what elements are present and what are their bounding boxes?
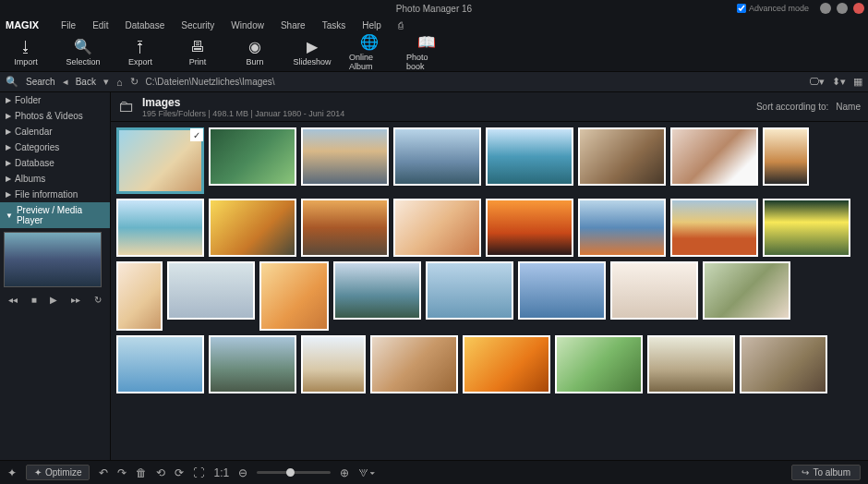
view-monitor-icon[interactable]: 🖵▾	[809, 76, 825, 88]
thumbnail[interactable]	[518, 261, 606, 320]
thumbnail[interactable]	[301, 199, 389, 257]
thumbnail[interactable]	[370, 335, 458, 393]
back-arrow-icon[interactable]: ◂	[63, 76, 68, 88]
menu-file[interactable]: File	[61, 20, 76, 30]
thumbnail[interactable]	[555, 335, 643, 393]
player-stop-icon[interactable]: ■	[31, 295, 37, 305]
thumbnail[interactable]	[670, 127, 758, 186]
menu-security[interactable]: Security	[181, 20, 214, 30]
online-album-button[interactable]: 🌐Online Album	[349, 34, 390, 71]
thumbnail[interactable]	[670, 199, 758, 257]
sidebar-item-file-information[interactable]: ▶File information	[0, 187, 110, 202]
thumbnail[interactable]	[578, 199, 666, 257]
dropdown-icon[interactable]: ▾	[103, 76, 109, 88]
maximize-icon[interactable]	[837, 3, 848, 14]
minimize-icon[interactable]	[820, 3, 831, 14]
slideshow-button[interactable]: ▶Slideshow	[292, 39, 332, 67]
back-label[interactable]: Back	[76, 77, 96, 87]
undo-icon[interactable]: ↶	[99, 466, 108, 479]
sidebar-item-calendar[interactable]: ▶Calendar	[0, 124, 110, 139]
home-icon[interactable]: ⌂	[116, 77, 123, 88]
player-play-icon[interactable]: ▶	[50, 295, 57, 305]
thumbnail[interactable]	[610, 261, 698, 320]
view-sort-icon[interactable]: ⬍▾	[832, 76, 846, 88]
actual-size-icon[interactable]: 1:1	[213, 466, 229, 479]
preview-thumbnail[interactable]	[4, 232, 102, 287]
sidebar-item-categories[interactable]: ▶Categories	[0, 139, 110, 155]
menu-edit[interactable]: Edit	[92, 20, 108, 30]
photo-book-icon: 📖	[417, 34, 436, 51]
thumbnail[interactable]	[393, 199, 481, 257]
export-button[interactable]: ⭱Export	[120, 39, 161, 67]
print-button[interactable]: 🖶Print	[177, 39, 218, 67]
view-grid-icon[interactable]: ▦	[853, 76, 862, 88]
thumbnail[interactable]	[703, 261, 790, 320]
thumbnail[interactable]	[763, 127, 809, 186]
thumbnail[interactable]	[209, 199, 296, 257]
burn-icon: ◉	[248, 39, 261, 55]
sort-value[interactable]: Name	[836, 102, 861, 112]
zoom-in-icon[interactable]: ⊕	[340, 466, 349, 479]
filter-icon[interactable]: ⩔▾	[358, 466, 375, 479]
toolbar: ⭳Import🔍Selection⭱Export🖶Print◉Burn▶Slid…	[0, 33, 868, 72]
zoom-out-icon[interactable]: ⊖	[238, 466, 247, 479]
sidebar-item-preview-media-player[interactable]: ▼Preview / Media Player	[0, 202, 110, 228]
search-label[interactable]: Search	[26, 77, 55, 87]
thumbnail[interactable]	[301, 127, 389, 186]
fit-icon[interactable]: ⛶	[193, 466, 204, 479]
sidebar-item-folder[interactable]: ▶Folder	[0, 92, 110, 108]
thumbnail[interactable]	[301, 335, 366, 393]
close-icon[interactable]	[853, 3, 864, 14]
player-prev-icon[interactable]: ◂◂	[8, 295, 18, 305]
thumbnail[interactable]	[259, 261, 329, 331]
player-next-icon[interactable]: ▸▸	[71, 295, 80, 305]
import-button[interactable]: ⭳Import	[6, 39, 46, 67]
thumbnail[interactable]	[763, 199, 850, 257]
refresh-icon[interactable]: ↻	[130, 76, 139, 88]
selection-button[interactable]: 🔍Selection	[63, 39, 103, 67]
thumbnail[interactable]	[426, 261, 513, 320]
search-icon[interactable]: 🔍	[6, 76, 18, 88]
to-album-button[interactable]: ↪ To album	[791, 465, 861, 480]
thumbnail[interactable]	[463, 335, 550, 393]
thumbnail[interactable]	[486, 127, 573, 186]
sidebar-item-albums[interactable]: ▶Albums	[0, 171, 110, 187]
menu-share[interactable]: Share	[281, 20, 306, 30]
menu-window[interactable]: Window	[231, 20, 264, 30]
rotate-right-icon[interactable]: ⟳	[175, 466, 184, 479]
redo-icon[interactable]: ↷	[117, 466, 127, 479]
menu-extra-icon[interactable]: ⎙	[398, 20, 404, 30]
sidebar-item-database[interactable]: ▶Database	[0, 155, 110, 171]
player-loop-icon[interactable]: ↻	[94, 295, 102, 305]
thumbnail[interactable]	[167, 261, 255, 320]
thumbnail[interactable]	[393, 127, 481, 186]
thumbnail[interactable]	[116, 127, 204, 194]
thumbnail[interactable]	[486, 199, 573, 257]
menu-database[interactable]: Database	[125, 20, 164, 30]
chevron-right-icon: ▼	[6, 212, 13, 220]
sort-label: Sort according to:	[756, 102, 828, 112]
menu-help[interactable]: Help	[362, 20, 381, 30]
zoom-slider[interactable]	[257, 471, 331, 474]
thumbnail[interactable]	[209, 335, 296, 393]
navbar: 🔍 Search ◂ Back ▾ ⌂ ↻ C:\Dateien\Nuetzli…	[0, 72, 868, 92]
thumbnail[interactable]	[209, 127, 296, 186]
thumbnail[interactable]	[647, 335, 735, 393]
thumbnail[interactable]	[333, 261, 421, 320]
magic-wand-icon[interactable]: ✦	[7, 466, 17, 479]
thumbnail[interactable]	[740, 335, 827, 393]
advanced-mode-toggle[interactable]: Advanced mode	[737, 4, 809, 13]
online-album-icon: 🌐	[360, 34, 379, 51]
burn-button[interactable]: ◉Burn	[235, 39, 275, 67]
thumbnail[interactable]	[578, 127, 666, 186]
thumbnail[interactable]	[116, 199, 204, 257]
menu-tasks[interactable]: Tasks	[322, 20, 346, 30]
thumbnail[interactable]	[116, 335, 204, 393]
path-display: C:\Dateien\Nuetzliches\Images\	[146, 77, 275, 87]
photo-book-button[interactable]: 📖Photo book	[406, 34, 447, 71]
thumbnail[interactable]	[116, 261, 163, 331]
sidebar-item-photos-videos[interactable]: ▶Photos & Videos	[0, 108, 110, 124]
rotate-left-icon[interactable]: ⟲	[156, 466, 165, 479]
delete-icon[interactable]: 🗑	[136, 466, 147, 479]
optimize-button[interactable]: ✦ Optimize	[26, 465, 90, 480]
